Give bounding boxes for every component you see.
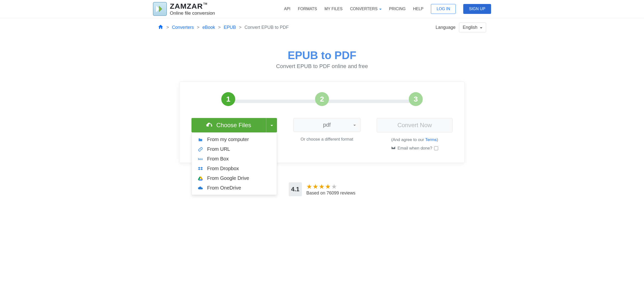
email-label: Email when done? [398, 146, 432, 151]
source-dropdown: From my computer From URL box From Box F… [192, 132, 277, 195]
format-hint: Or choose a different format [300, 137, 353, 142]
cloud-upload-icon [206, 121, 213, 129]
crumb-converters[interactable]: Converters [172, 25, 194, 30]
steps: 1 2 3 [221, 92, 423, 106]
rating-score: 4.1 [289, 182, 302, 196]
star-icon: ★ [325, 183, 331, 191]
box-icon: box [198, 157, 203, 160]
source-box[interactable]: box From Box [192, 154, 277, 164]
language-value: English [463, 25, 478, 30]
format-value: pdf [323, 122, 331, 128]
chevron-down-icon [480, 27, 482, 28]
source-label: From my computer [207, 137, 249, 142]
source-computer[interactable]: From my computer [192, 135, 277, 144]
crumb-epub[interactable]: EPUB [224, 25, 236, 30]
choose-files-dropdown-toggle[interactable] [266, 118, 277, 132]
sep: > [218, 25, 221, 30]
source-label: From OneDrive [207, 185, 241, 191]
step-1: 1 [221, 92, 235, 106]
nav-converters-label: CONVERTERS [350, 7, 378, 11]
source-url[interactable]: From URL [192, 144, 277, 154]
source-label: From Box [207, 156, 229, 162]
step-3: 3 [409, 92, 423, 106]
page-title: EPUB to PDF [0, 49, 644, 62]
source-label: From URL [207, 146, 230, 152]
login-button[interactable]: LOG IN [431, 4, 456, 14]
chevron-down-icon [270, 125, 273, 126]
nav-myfiles[interactable]: MY FILES [324, 7, 343, 11]
home-icon[interactable] [158, 24, 163, 31]
star-icon: ★ [319, 183, 324, 191]
converter-card: 1 2 3 Choose Files From m [179, 81, 465, 163]
source-gdrive[interactable]: From Google Drive [192, 173, 277, 183]
breadcrumb: > Converters > eBook > EPUB > Convert EP… [158, 24, 289, 31]
chevron-down-icon [379, 9, 382, 10]
folder-icon [198, 138, 203, 142]
step-2: 2 [315, 92, 329, 106]
nav-formats[interactable]: FORMATS [298, 7, 317, 11]
onedrive-icon [198, 186, 203, 190]
terms-pre: (And agree to our [391, 137, 425, 142]
gdrive-icon [198, 176, 203, 181]
source-label: From Google Drive [207, 175, 249, 181]
star-icon: ★ [312, 183, 318, 191]
logo-title: ZAMZAR [170, 2, 203, 10]
email-icon [391, 146, 396, 151]
nav-help[interactable]: HELP [413, 7, 424, 11]
source-onedrive[interactable]: From OneDrive [192, 183, 277, 193]
star-icon: ★ [306, 183, 312, 191]
convert-button[interactable]: Convert Now [377, 118, 452, 132]
choose-files-label: Choose Files [216, 122, 251, 129]
star-empty-icon: ★ [331, 183, 337, 191]
nav-converters[interactable]: CONVERTERS [350, 7, 382, 11]
choose-files-button[interactable]: Choose Files [192, 118, 266, 132]
sep: > [239, 25, 242, 30]
dropbox-icon [198, 166, 203, 171]
source-label: From Dropbox [207, 166, 239, 171]
language-label: Language [436, 25, 456, 30]
signup-button[interactable]: SIGN UP [463, 4, 491, 14]
sep: > [197, 25, 200, 30]
format-select[interactable]: pdf [294, 118, 360, 132]
terms-link[interactable]: Terms [425, 137, 437, 142]
review-count: Based on 76099 reviews [306, 191, 355, 196]
logo-icon [153, 2, 167, 16]
language-select[interactable]: English [459, 22, 486, 32]
main-nav: API FORMATS MY FILES CONVERTERS PRICING … [284, 4, 491, 14]
link-icon [198, 147, 203, 152]
terms-hint: (And agree to our Terms) [391, 137, 438, 142]
page-subtitle: Convert EPUB to PDF online and free [0, 63, 644, 69]
email-checkbox[interactable] [434, 146, 438, 150]
source-dropbox[interactable]: From Dropbox [192, 164, 277, 173]
nav-api[interactable]: API [284, 7, 290, 11]
logo-tm: TM [204, 2, 207, 5]
nav-pricing[interactable]: PRICING [389, 7, 406, 11]
sep: > [166, 25, 169, 30]
terms-post: ) [437, 137, 438, 142]
crumb-current: Convert EPUB to PDF [244, 25, 289, 30]
crumb-ebook[interactable]: eBook [202, 25, 215, 30]
rating-stars: ★ ★ ★ ★ ★ [306, 183, 355, 191]
logo-subtitle: Online file conversion [170, 10, 215, 16]
logo[interactable]: ZAMZARTM Online file conversion [153, 2, 215, 16]
chevron-down-icon [353, 125, 356, 126]
